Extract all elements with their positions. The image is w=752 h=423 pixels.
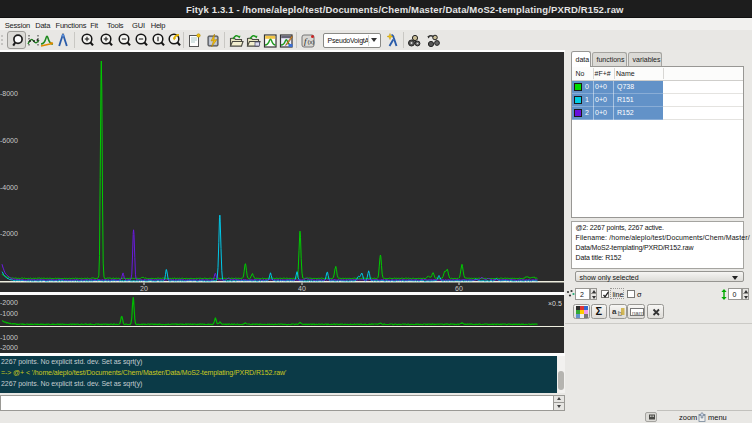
svg-text:60: 60 — [455, 285, 463, 292]
svg-text:-1000: -1000 — [0, 334, 18, 341]
svg-text:a: a — [612, 307, 617, 316]
svg-text:-1000: -1000 — [0, 310, 18, 317]
svg-text:-2000: -2000 — [0, 230, 18, 237]
svg-text:-2000: -2000 — [0, 344, 18, 351]
svg-text:40: 40 — [298, 285, 306, 292]
svg-text:-2000: -2000 — [0, 299, 18, 306]
svg-text:nam: nam — [632, 310, 644, 316]
svg-text:×0.5: ×0.5 — [548, 300, 562, 307]
svg-text:-4000: -4000 — [0, 184, 18, 191]
svg-text:(x): (x) — [308, 39, 315, 45]
svg-text:-6000: -6000 — [0, 137, 18, 144]
svg-text:-8000: -8000 — [0, 90, 18, 97]
svg-text:20: 20 — [140, 285, 148, 292]
